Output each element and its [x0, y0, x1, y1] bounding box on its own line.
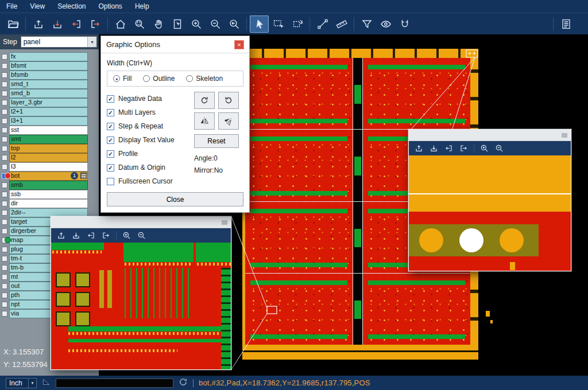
layer-name[interactable]: fx	[9, 52, 88, 61]
magnifier-2-titlebar[interactable]	[409, 130, 571, 141]
layer-name[interactable]: l2	[9, 153, 88, 162]
layer-row[interactable]: layer_3.gbr	[0, 98, 99, 107]
minimize-icon[interactable]	[562, 133, 567, 138]
rotate-ccw-icon[interactable]	[218, 92, 239, 109]
command-input[interactable]	[56, 379, 173, 388]
zoom-out-icon[interactable]	[493, 142, 506, 154]
checkbox-negative-data[interactable]: ✓Negative Data	[107, 92, 194, 106]
layer-name[interactable]: bfsmt	[9, 61, 88, 71]
radio-fill[interactable]: ●Fill	[113, 75, 131, 83]
layer-name[interactable]: l3	[9, 162, 88, 171]
load-right-icon[interactable]	[86, 15, 105, 33]
layer-name[interactable]: smb	[9, 181, 88, 190]
layer-checkbox[interactable]	[0, 190, 9, 199]
rotate-cw-icon[interactable]	[194, 92, 215, 109]
layer-checkbox[interactable]	[0, 208, 9, 217]
eye-view-icon[interactable]	[376, 15, 395, 33]
zoom-previous-icon[interactable]	[225, 15, 243, 33]
zoom-in-icon[interactable]	[478, 142, 491, 154]
marquee-select-icon[interactable]	[269, 15, 288, 33]
load-right-icon[interactable]	[99, 229, 113, 241]
layer-checkbox[interactable]	[0, 245, 9, 254]
layer-checkbox[interactable]	[0, 227, 9, 236]
pointer-select-icon[interactable]	[250, 15, 269, 33]
unit-dropdown[interactable]: Inch ▼	[6, 378, 37, 388]
open-folder-icon[interactable]	[3, 15, 22, 33]
zoom-out-icon[interactable]	[135, 229, 148, 241]
menu-options[interactable]: Options	[92, 0, 129, 13]
layer-checkbox[interactable]	[0, 300, 9, 309]
layer-checkbox[interactable]	[0, 61, 9, 71]
layer-row[interactable]: bfsmt	[0, 61, 99, 71]
load-down-icon[interactable]	[48, 15, 67, 33]
load-right-icon[interactable]	[457, 142, 470, 154]
snap-magnet-icon[interactable]	[395, 15, 414, 33]
checkbox-step-repeat[interactable]: ✓Step & Repeat	[107, 119, 194, 133]
layer-name[interactable]: ssb	[9, 190, 88, 199]
layer-checkbox[interactable]	[0, 89, 9, 98]
layer-checkbox[interactable]	[0, 181, 9, 190]
layer-checkbox[interactable]	[0, 80, 9, 89]
layer-row-active[interactable]: bot1	[0, 171, 99, 181]
load-left-icon[interactable]	[442, 142, 455, 154]
layer-row[interactable]: sst	[0, 126, 99, 135]
menu-view[interactable]: View	[24, 0, 51, 13]
magnifier-1-view[interactable]	[51, 243, 231, 369]
layer-checkbox[interactable]	[0, 263, 9, 272]
layer-row[interactable]: smd_b	[0, 89, 99, 98]
checkbox-datum-origin[interactable]: ✓Datum & Origin	[107, 161, 194, 174]
layer-name[interactable]: bot1	[9, 171, 88, 181]
layer-row[interactable]: l2	[0, 153, 99, 162]
layer-checkbox[interactable]	[0, 291, 9, 300]
load-up-icon[interactable]	[29, 15, 48, 33]
layer-checkbox[interactable]	[0, 144, 9, 153]
mirror-diagonal-icon[interactable]	[218, 112, 239, 130]
radio-outline[interactable]: Outline	[143, 75, 175, 83]
load-down-icon[interactable]	[427, 142, 440, 154]
capture-page-icon[interactable]	[168, 15, 187, 33]
zoom-out-icon[interactable]	[206, 15, 225, 33]
step-dropdown[interactable]: panel ▼	[21, 36, 97, 48]
layer-name[interactable]: smd_b	[9, 89, 88, 98]
close-icon[interactable]: ×	[234, 40, 244, 49]
layer-row[interactable]: dir	[0, 199, 99, 208]
layer-checkbox[interactable]	[0, 116, 9, 126]
magnifier-2-view[interactable]	[409, 155, 571, 271]
magnifier-window-1[interactable]	[51, 216, 231, 370]
layer-checkbox[interactable]	[0, 282, 9, 291]
layer-row[interactable]: l2+1	[0, 107, 99, 116]
load-up-icon[interactable]	[412, 142, 425, 154]
measure-diagonal-icon[interactable]	[313, 15, 332, 33]
report-list-icon[interactable]	[556, 15, 575, 33]
layer-row[interactable]: bfsmb	[0, 71, 99, 80]
home-icon[interactable]	[111, 15, 130, 33]
layer-checkbox[interactable]	[0, 272, 9, 282]
transform-select-icon[interactable]	[288, 15, 307, 33]
layer-checkbox[interactable]	[0, 254, 9, 263]
layer-checkbox[interactable]	[0, 162, 9, 171]
checkbox-fullscreen-cursor[interactable]: Fullscreen Cursor	[107, 174, 194, 188]
layer-checkbox[interactable]	[0, 309, 9, 318]
zoom-in-icon[interactable]	[187, 15, 206, 33]
layer-row[interactable]: smd_t	[0, 80, 99, 89]
chevron-down-icon[interactable]: ▼	[87, 37, 96, 47]
filter-funnel-icon[interactable]	[357, 15, 376, 33]
layer-checkbox[interactable]	[0, 199, 9, 208]
mirror-horizontal-icon[interactable]	[194, 112, 215, 130]
layer-checkbox[interactable]	[0, 52, 9, 61]
layer-row[interactable]: l3+1	[0, 116, 99, 126]
menu-selection[interactable]: Selection	[51, 0, 92, 13]
checkbox-profile[interactable]: ✓Profile	[107, 147, 194, 161]
layer-checkbox[interactable]	[0, 217, 9, 227]
layer-row[interactable]: ssb	[0, 190, 99, 199]
menu-help[interactable]: Help	[129, 0, 156, 13]
layer-checkbox[interactable]	[0, 135, 9, 144]
layer-row[interactable]: smb	[0, 181, 99, 190]
checkbox-display-text-value[interactable]: ✓Display Text Value	[107, 133, 194, 147]
checkbox-multi-layers[interactable]: ✓Multi Layers	[107, 106, 194, 119]
layer-name[interactable]: dir	[9, 199, 88, 208]
layer-name[interactable]: l2+1	[9, 107, 88, 116]
layer-name[interactable]: sst	[9, 126, 88, 135]
layer-checkbox[interactable]	[0, 71, 9, 80]
refresh-icon[interactable]	[179, 377, 188, 389]
